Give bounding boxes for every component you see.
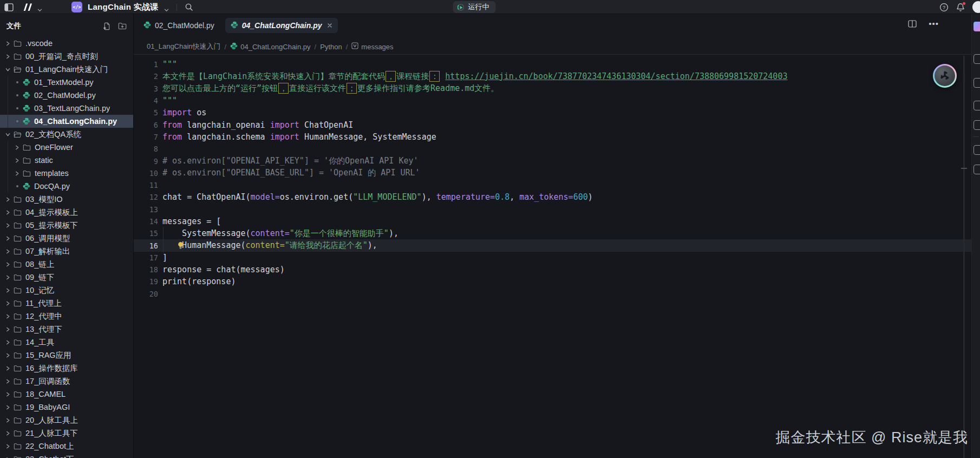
- tree-item[interactable]: 03_TextLangChain.py: [0, 102, 133, 115]
- tree-item[interactable]: 13_代理下: [0, 323, 133, 336]
- line-number[interactable]: 2: [134, 72, 158, 81]
- split-editor-icon[interactable]: [908, 20, 917, 28]
- code-line[interactable]: 12chat = ChatOpenAI(model=os.environ.get…: [134, 191, 971, 203]
- code-line[interactable]: 15 SystemMessage(content="你是一个很棒的智能助手"),: [134, 227, 971, 239]
- tree-item[interactable]: 05_提示模板下: [0, 219, 133, 232]
- chevron-collapsed-icon[interactable]: [5, 275, 10, 280]
- breadcrumb-item[interactable]: Python: [320, 43, 342, 51]
- chevron-collapsed-icon[interactable]: [15, 171, 19, 176]
- tree-item[interactable]: 18_CAMEL: [0, 388, 133, 401]
- chevron-collapsed-icon[interactable]: [5, 379, 10, 384]
- right-panel-icon[interactable]: [974, 101, 980, 110]
- chevron-collapsed-icon[interactable]: [5, 444, 10, 449]
- line-number[interactable]: 4: [134, 96, 158, 105]
- chevron-collapsed-icon[interactable]: [5, 405, 10, 410]
- ide-logo[interactable]: [22, 3, 42, 11]
- line-number[interactable]: 16: [134, 241, 158, 250]
- chevron-collapsed-icon[interactable]: [5, 353, 10, 358]
- chevron-collapsed-icon[interactable]: [15, 145, 19, 150]
- tree-item[interactable]: 04_ChatLongChain.py: [0, 115, 133, 128]
- editor-scrollbar[interactable]: [963, 56, 965, 458]
- editor-tab[interactable]: 02_ChatModel.py: [138, 18, 220, 33]
- line-number[interactable]: 3: [134, 84, 158, 93]
- tree-item[interactable]: 09_链下: [0, 271, 133, 284]
- code-line[interactable]: 1""": [134, 58, 971, 70]
- new-file-icon[interactable]: [103, 22, 111, 30]
- tree-item[interactable]: 20_人脉工具上: [0, 414, 133, 427]
- line-number[interactable]: 13: [134, 205, 158, 214]
- tree-item[interactable]: 02_文档QA系统: [0, 128, 133, 141]
- tree-item[interactable]: DocQA.py: [0, 180, 133, 193]
- tree-item[interactable]: 06_调用模型: [0, 232, 133, 245]
- chevron-collapsed-icon[interactable]: [5, 314, 10, 319]
- panel-toggle-icon[interactable]: [4, 3, 14, 11]
- right-panel-icon[interactable]: [974, 145, 980, 155]
- tree-item[interactable]: 00_开篇词_奇点时刻: [0, 50, 133, 63]
- breadcrumb-item[interactable]: 01_LangChain快速入门: [147, 42, 221, 51]
- code-line[interactable]: 19print(response): [134, 276, 971, 287]
- line-number[interactable]: 19: [134, 277, 158, 286]
- line-number[interactable]: 12: [134, 193, 158, 201]
- chevron-collapsed-icon[interactable]: [5, 392, 10, 397]
- project-icon[interactable]: </>: [71, 2, 82, 12]
- code-line[interactable]: 3您可以点击最上方的“运行”按钮，直接运行该文件；更多操作指引请参考Readme…: [134, 83, 971, 95]
- new-folder-icon[interactable]: [118, 22, 127, 30]
- chevron-expanded-icon[interactable]: [5, 67, 10, 72]
- line-number[interactable]: 17: [134, 253, 158, 262]
- tree-item[interactable]: 10_记忆: [0, 284, 133, 297]
- code-line[interactable]: 18response = chat(messages): [134, 264, 971, 276]
- tree-item[interactable]: 16_操作数据库: [0, 362, 133, 375]
- right-panel-icon[interactable]: [974, 120, 980, 130]
- code-editor[interactable]: 1"""2本文件是【LangChain系统安装和快速入门】章节的配套代码，课程链…: [134, 55, 971, 458]
- line-number[interactable]: 10: [134, 169, 158, 178]
- right-panel-icon[interactable]: [974, 78, 980, 88]
- line-number[interactable]: 5: [134, 108, 158, 117]
- project-chevron-down-icon[interactable]: [164, 5, 169, 10]
- code-line[interactable]: 8: [134, 143, 971, 155]
- tree-item[interactable]: 01_LangChain快速入门: [0, 63, 133, 76]
- chevron-collapsed-icon[interactable]: [5, 54, 10, 59]
- tree-item[interactable]: 07_解析输出: [0, 245, 133, 258]
- code-line[interactable]: 6from langchain_openai import ChatOpenAI: [134, 119, 971, 130]
- chevron-collapsed-icon[interactable]: [5, 223, 10, 228]
- line-number[interactable]: 15: [134, 229, 158, 238]
- chevron-collapsed-icon[interactable]: [5, 288, 10, 293]
- tree-item[interactable]: templates: [0, 167, 133, 180]
- code-line[interactable]: 9# os.environ["OPENAI_API_KEY"] = '你的Ope…: [134, 155, 971, 167]
- ai-panel-icon[interactable]: [974, 22, 980, 31]
- tree-item[interactable]: 02_ChatModel.py: [0, 89, 133, 102]
- tree-item[interactable]: 03_模型IO: [0, 193, 133, 206]
- editor-tab[interactable]: 04_ChatLongChain.py: [225, 18, 338, 33]
- tree-item[interactable]: 22_Chatbot上: [0, 440, 133, 453]
- chevron-collapsed-icon[interactable]: [5, 431, 10, 436]
- tree-item[interactable]: .vscode: [0, 37, 133, 50]
- chevron-collapsed-icon[interactable]: [5, 418, 10, 423]
- chevron-collapsed-icon[interactable]: [5, 197, 10, 202]
- code-line[interactable]: 2本文件是【LangChain系统安装和快速入门】章节的配套代码，课程链接： h…: [134, 70, 971, 82]
- chevron-collapsed-icon[interactable]: [5, 41, 10, 46]
- chevron-collapsed-icon[interactable]: [15, 158, 19, 163]
- chevron-collapsed-icon[interactable]: [5, 262, 10, 267]
- line-number[interactable]: 8: [134, 145, 158, 153]
- chevron-collapsed-icon[interactable]: [5, 327, 10, 332]
- chevron-collapsed-icon[interactable]: [5, 249, 10, 254]
- breadcrumb-item[interactable]: messages: [351, 42, 393, 51]
- project-name[interactable]: LangChain 实战课: [88, 2, 159, 12]
- right-panel-icon[interactable]: [974, 165, 980, 174]
- tree-item[interactable]: 01_TextModel.py: [0, 76, 133, 89]
- breadcrumb-item[interactable]: 04_ChatLongChain.py: [230, 42, 310, 51]
- run-status-button[interactable]: 运行中: [453, 1, 496, 13]
- tree-item[interactable]: static: [0, 154, 133, 167]
- chevron-collapsed-icon[interactable]: [5, 236, 10, 241]
- tree-item[interactable]: 15_RAG应用: [0, 349, 133, 362]
- more-actions-icon[interactable]: •••: [929, 21, 939, 27]
- notifications-bell-icon[interactable]: [956, 3, 965, 12]
- code-line[interactable]: 4""": [134, 95, 971, 107]
- ai-assistant-button[interactable]: [933, 64, 957, 88]
- line-number[interactable]: 14: [134, 217, 158, 226]
- code-line[interactable]: 5import os: [134, 107, 971, 119]
- chevron-expanded-icon[interactable]: [5, 132, 10, 137]
- tree-item[interactable]: 14_工具: [0, 336, 133, 349]
- chevron-collapsed-icon[interactable]: [5, 340, 10, 345]
- code-line[interactable]: 11: [134, 179, 971, 191]
